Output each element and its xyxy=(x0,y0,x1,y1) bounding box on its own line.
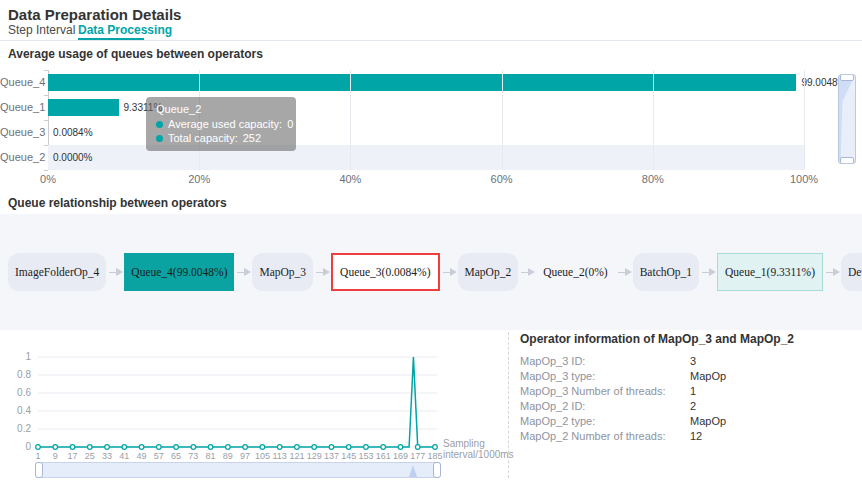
x-tick-label: 105 xyxy=(255,451,270,461)
chart-tooltip: Queue_2 Average used capacity: 0 Total c… xyxy=(146,97,296,151)
flow-node-batchop_1[interactable]: BatchOp_1 xyxy=(633,253,699,291)
flow-node-queue_2[interactable]: Queue_2(0%) xyxy=(536,253,615,291)
tab-data-processing[interactable]: Data Processing xyxy=(78,23,172,37)
x-tick-label: 185 xyxy=(427,451,442,461)
gridline xyxy=(804,70,805,170)
data-point-marker xyxy=(70,445,75,450)
datazoom-handle-left[interactable] xyxy=(35,462,43,478)
info-label: MapOp_2 type: xyxy=(520,414,690,429)
data-point-marker xyxy=(433,445,438,450)
line-chart-datazoom-slider[interactable] xyxy=(35,462,441,478)
x-tick-label: 145 xyxy=(341,451,356,461)
tooltip-title: Queue_2 xyxy=(156,103,286,115)
flow-arrow-icon xyxy=(521,272,533,273)
info-label: MapOp_2 ID: xyxy=(520,399,690,414)
series-dot-icon xyxy=(156,135,163,142)
y-tick-label: 0.4 xyxy=(17,405,31,416)
x-tick-label: 41 xyxy=(119,451,129,461)
queue-usage-title: Average usage of queues between operator… xyxy=(8,47,263,61)
data-point-marker xyxy=(346,445,351,450)
panel-divider xyxy=(508,332,509,478)
queue-relationship-diagram: ImageFolderOp_4Queue_4(99.0048%)MapOp_3Q… xyxy=(0,214,862,330)
info-label: MapOp_2 Number of threads: xyxy=(520,429,690,444)
data-point-marker xyxy=(157,445,162,450)
data-point-marker xyxy=(364,445,369,450)
flow-node-imagefolderop_4[interactable]: ImageFolderOp_4 xyxy=(8,253,106,291)
x-tick-label: 1 xyxy=(35,451,40,461)
data-point-marker xyxy=(36,445,41,450)
x-tick-label: 57 xyxy=(154,451,164,461)
x-tick-label: 137 xyxy=(324,451,339,461)
x-tick-label: 49 xyxy=(137,451,147,461)
data-point-marker xyxy=(415,445,420,450)
data-preparation-details-page: Data Preparation Details Step Interval D… xyxy=(0,0,862,483)
category-label: Queue_4 xyxy=(0,70,44,95)
datazoom-shadow xyxy=(839,75,855,163)
category-label: Queue_1 xyxy=(0,95,44,120)
info-row: MapOp_3 ID:3 xyxy=(520,354,850,369)
x-tick-label: 100% xyxy=(790,173,818,185)
tooltip-row: Average used capacity: 0 xyxy=(156,118,286,130)
operator-info-title: Operator information of MapOp_3 and MapO… xyxy=(520,332,794,346)
line-chart-x-axis-label: Sampling interval/1000ms xyxy=(443,438,505,460)
flow-node-devicequeueop_0[interactable]: DeviceQueueOp_0 xyxy=(841,253,862,291)
flow-node-queue_3[interactable]: Queue_3(0.0084%) xyxy=(331,253,439,291)
data-point-marker xyxy=(312,445,317,450)
data-point-marker xyxy=(226,445,231,450)
flow-arrow-icon xyxy=(702,272,714,273)
info-value: MapOp xyxy=(690,369,726,384)
gridline xyxy=(350,70,351,170)
data-point-marker xyxy=(208,445,213,450)
info-row: MapOp_2 Number of threads:12 xyxy=(520,429,850,444)
x-tick-label: 25 xyxy=(85,451,95,461)
info-row: MapOp_2 type:MapOp xyxy=(520,414,850,429)
queue-usage-line-chart[interactable]: 00.20.40.60.8119172533414957657381899710… xyxy=(0,330,460,463)
bar-queue_1[interactable] xyxy=(48,99,119,116)
datazoom-handle-right[interactable] xyxy=(433,462,441,478)
flow-node-queue_1[interactable]: Queue_1(9.3311%) xyxy=(717,253,823,291)
data-point-marker xyxy=(87,445,92,450)
tooltip-value: 252 xyxy=(243,132,261,144)
info-value: MapOp xyxy=(690,414,726,429)
x-tick-label: 177 xyxy=(410,451,425,461)
tooltip-value: 0 xyxy=(287,118,293,130)
queue-relationship-title: Queue relationship between operators xyxy=(8,196,227,210)
x-tick-label: 97 xyxy=(240,451,250,461)
flow-node-mapop_2[interactable]: MapOp_2 xyxy=(458,253,519,291)
x-tick-label: 73 xyxy=(188,451,198,461)
x-tick-label: 60% xyxy=(491,173,513,185)
y-tick-label: 0.2 xyxy=(17,423,31,434)
gridline xyxy=(502,70,503,170)
info-value: 12 xyxy=(690,429,702,444)
x-tick-label: 9 xyxy=(53,451,58,461)
x-tick-label: 161 xyxy=(376,451,391,461)
info-label: MapOp_3 ID: xyxy=(520,354,690,369)
tab-step-interval[interactable]: Step Interval xyxy=(8,23,75,37)
data-point-marker xyxy=(329,445,334,450)
y-tick-label: 1 xyxy=(25,351,31,362)
datazoom-handle-top[interactable] xyxy=(840,74,854,81)
bar-value-label: 0.0084% xyxy=(53,124,92,141)
y-tick-label: 0 xyxy=(25,441,31,452)
data-point-marker xyxy=(398,445,403,450)
flow-arrow-icon xyxy=(618,272,630,273)
data-point-marker xyxy=(122,445,127,450)
x-tick-label: 121 xyxy=(289,451,304,461)
category-label: Queue_3 xyxy=(0,120,44,145)
data-point-marker xyxy=(139,445,144,450)
x-tick-label: 33 xyxy=(102,451,112,461)
flow-arrow-icon xyxy=(316,272,328,273)
x-tick-label: 65 xyxy=(171,451,181,461)
data-point-marker xyxy=(260,445,265,450)
x-tick-label: 40% xyxy=(339,173,361,185)
flow-node-mapop_3[interactable]: MapOp_3 xyxy=(252,253,313,291)
flow-node-queue_4[interactable]: Queue_4(99.0048%) xyxy=(124,253,234,291)
data-point-marker xyxy=(381,445,386,450)
flow-arrow-icon xyxy=(237,272,249,273)
data-point-marker xyxy=(105,445,110,450)
datazoom-handle-bottom[interactable] xyxy=(840,157,854,164)
bar-queue_4[interactable] xyxy=(48,74,796,91)
info-label: MapOp_3 type: xyxy=(520,369,690,384)
bar-chart-datazoom-slider[interactable] xyxy=(838,74,856,164)
flow-arrow-icon xyxy=(826,272,838,273)
